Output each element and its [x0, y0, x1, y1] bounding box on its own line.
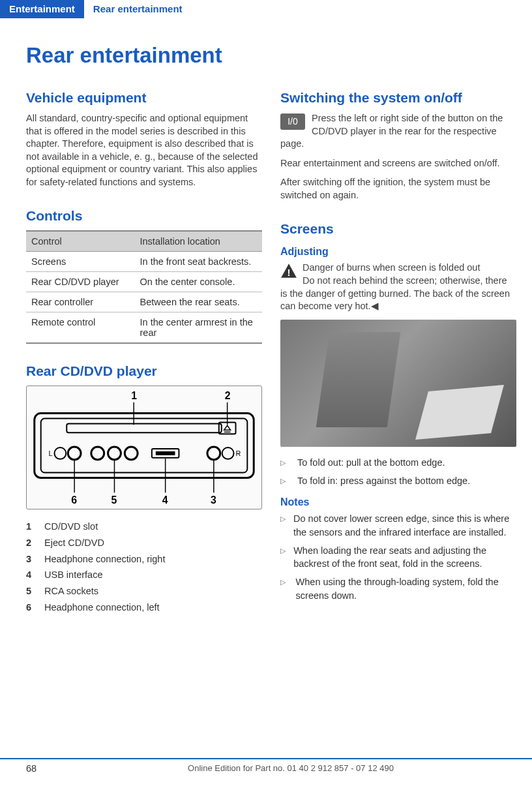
svg-point-9: [68, 447, 81, 460]
screen-photo: [280, 320, 516, 447]
svg-text:!: !: [287, 267, 290, 278]
section-controls: Controls Control Installation location S…: [26, 208, 262, 344]
tab-rear-entertainment[interactable]: Rear entertainment: [84, 0, 192, 18]
svg-point-12: [125, 447, 138, 460]
section-screens: Screens Adjusting ! Danger of burns when…: [280, 221, 516, 602]
heading-vehicle-equipment: Vehicle equipment: [26, 90, 262, 106]
triangle-bullet-icon: ▷: [280, 575, 288, 602]
notes-list: ▷Do not cover lower screen edge, since t…: [280, 512, 516, 602]
table-row: Rear controller Between the rear seats.: [26, 292, 262, 312]
text-switching-3: After switching off the ignition, the sy…: [280, 176, 516, 202]
fold-list: ▷To fold out: pull at the bottom edge. ▷…: [280, 456, 516, 488]
text-switching-2: Rear entertainment and screens are switc…: [280, 157, 516, 170]
triangle-bullet-icon: ▷: [280, 474, 289, 487]
section-switching: Switching the system on/off I/0 Press th…: [280, 90, 516, 202]
section-vehicle-equipment: Vehicle equipment All standard, country-…: [26, 90, 262, 189]
heading-screens: Screens: [280, 221, 516, 237]
page-number: 68: [26, 763, 65, 774]
controls-table: Control Installation location Screens In…: [26, 230, 262, 344]
heading-switching: Switching the system on/off: [280, 90, 516, 106]
warning-body: Do not reach behind the screen; otherwis…: [280, 275, 510, 311]
heading-notes: Notes: [280, 496, 516, 508]
table-row: Screens In the front seat backrests.: [26, 252, 262, 272]
heading-rear-player: Rear CD/DVD player: [26, 363, 262, 379]
player-legend: 1CD/DVD slot 2Eject CD/DVD 3Headphone co…: [26, 519, 262, 615]
svg-rect-3: [41, 419, 248, 473]
svg-rect-14: [156, 451, 175, 455]
heading-adjusting: Adjusting: [280, 246, 516, 258]
svg-point-8: [54, 447, 66, 459]
heading-controls: Controls: [26, 208, 262, 224]
svg-point-11: [108, 447, 121, 460]
top-tabs: Entertainment Rear entertainment: [0, 0, 532, 18]
diagram-label-6: 6: [71, 494, 77, 506]
text-vehicle-equipment: All standard, country-specific and optio…: [26, 112, 262, 189]
player-diagram: 1 2: [26, 386, 262, 509]
svg-point-16: [222, 447, 234, 459]
table-row: Remote control In the center armrest in …: [26, 312, 262, 344]
section-rear-player: Rear CD/DVD player 1 2: [26, 363, 262, 615]
svg-point-15: [207, 447, 220, 460]
warning-icon: !: [280, 263, 297, 279]
th-location: Installation location: [135, 231, 262, 252]
table-row: Rear CD/DVD player On the center console…: [26, 272, 262, 292]
warning-title: Danger of burns when screen is folded ou…: [303, 262, 480, 273]
footer-line: Online Edition for Part no. 01 40 2 912 …: [65, 763, 516, 774]
th-control: Control: [26, 231, 135, 252]
diagram-label-4: 4: [162, 494, 168, 506]
svg-text:L: L: [49, 449, 53, 457]
text-switching-1: Press the left or right side of the butt…: [280, 113, 503, 149]
svg-point-10: [91, 447, 104, 460]
triangle-bullet-icon: ▷: [280, 512, 286, 539]
triangle-bullet-icon: ▷: [280, 456, 289, 469]
diagram-label-3: 3: [211, 494, 216, 506]
tab-entertainment[interactable]: Entertainment: [0, 0, 84, 18]
svg-rect-4: [66, 424, 221, 433]
diagram-label-5: 5: [111, 494, 117, 506]
diagram-label-1: 1: [131, 390, 137, 401]
io-button-icon: I/0: [280, 114, 305, 130]
page-title: Rear entertainment: [26, 43, 516, 68]
triangle-bullet-icon: ▷: [280, 544, 286, 571]
diagram-label-2: 2: [225, 390, 231, 401]
page-footer: 68 Online Edition for Part no. 01 40 2 9…: [0, 758, 532, 774]
svg-text:R: R: [236, 449, 241, 457]
